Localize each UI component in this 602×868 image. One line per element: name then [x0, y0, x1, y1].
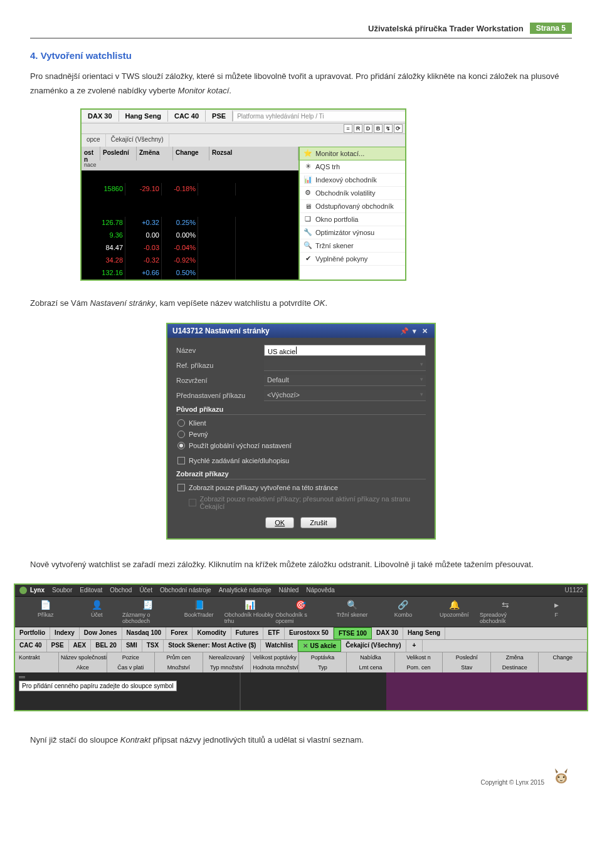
- input-nazev[interactable]: US akcie: [264, 345, 426, 356]
- toolbar-item[interactable]: 👤Účet: [71, 599, 122, 624]
- tab[interactable]: DAX 30: [372, 627, 403, 639]
- tab[interactable]: SMI: [122, 640, 142, 652]
- tab-hangseng[interactable]: Hang Seng: [119, 110, 168, 122]
- toolbar-item[interactable]: 📊Obchodník Hloubky trhu: [224, 599, 275, 624]
- toolbar-item[interactable]: 📄Příkaz: [20, 599, 71, 624]
- toolbar-item[interactable]: ▸F: [531, 599, 582, 624]
- svg-point-4: [563, 776, 565, 778]
- mini-btn-menu[interactable]: ≡: [344, 124, 352, 133]
- grid-column-header: Stav: [443, 662, 491, 672]
- symbol-entry-prompt[interactable]: Pro přidání cenného papíru zadejte do sl…: [19, 681, 177, 691]
- mini-btn-r[interactable]: R: [354, 124, 362, 133]
- toolbar-item[interactable]: 🔔Upozornění: [429, 599, 480, 624]
- menu-item[interactable]: ✳AQS trh: [300, 160, 405, 174]
- menu-item-label: Monitor kotací...: [315, 150, 364, 157]
- p2-a: Zobrazí se Vám: [30, 298, 90, 308]
- tab-pse[interactable]: PSE: [206, 110, 233, 122]
- menu-napoveda[interactable]: Nápověda: [306, 587, 335, 593]
- radio-global[interactable]: Použít globální výchozí nastavení: [176, 440, 426, 451]
- tab[interactable]: Stock Skener: Most Active ($): [164, 640, 261, 652]
- tab[interactable]: PSE: [47, 640, 69, 652]
- menu-item[interactable]: 🔧Optimizátor výnosu: [300, 226, 405, 239]
- subtab-cekajici[interactable]: Čekající (Všechny): [106, 134, 169, 147]
- menu-ucet[interactable]: Účet: [139, 587, 152, 593]
- menu-item[interactable]: ⭐Monitor kotací...: [300, 147, 405, 160]
- tab[interactable]: Portfolio: [15, 627, 50, 639]
- tab[interactable]: Futures: [231, 627, 264, 639]
- subtab-opce[interactable]: opce: [82, 134, 106, 147]
- select-rozvrzeni[interactable]: Default▾: [264, 375, 426, 386]
- tab[interactable]: Indexy: [50, 627, 80, 639]
- cancel-button[interactable]: Zrušit: [300, 517, 337, 528]
- tab[interactable]: Hang Seng: [403, 627, 445, 639]
- radio-pevny[interactable]: Pevný: [176, 429, 426, 440]
- tab[interactable]: TSX: [142, 640, 164, 652]
- cell-posledni: 34.28: [82, 254, 125, 267]
- menu-item[interactable]: 📊Indexový obchodník: [300, 174, 405, 187]
- toolbar-item[interactable]: 🔗Kombo: [378, 599, 428, 624]
- cell-posledni: 9.36: [82, 229, 125, 242]
- menu-item[interactable]: 🖥Odstupňovaný obchodník: [300, 200, 405, 213]
- menu-obchod[interactable]: Obchod: [110, 587, 132, 593]
- tab[interactable]: Komodity: [193, 627, 231, 639]
- radio-klient[interactable]: Klient: [176, 417, 426, 429]
- platform-search[interactable]: Platforma vyhledávání Help / Ti: [233, 112, 405, 121]
- p4-em: Kontrakt: [120, 735, 150, 745]
- close-tab-icon[interactable]: ✕: [303, 642, 308, 649]
- input-ref[interactable]: ▾: [264, 360, 426, 371]
- tab-us-akcie-active[interactable]: ✕US akcie: [298, 640, 341, 652]
- toolbar-item[interactable]: 🎯Obchodník s opcemi: [275, 599, 326, 624]
- tab[interactable]: FTSE 100: [334, 627, 372, 639]
- add-tab-button[interactable]: +: [406, 640, 423, 652]
- tab[interactable]: Dow Jones: [80, 627, 122, 639]
- tab[interactable]: BEL 20: [91, 640, 122, 652]
- menu-item[interactable]: ❏Okno portfolia: [300, 213, 405, 226]
- cell-empty: [198, 242, 236, 254]
- menu-item[interactable]: 🔍Tržní skener: [300, 239, 405, 253]
- ok-button[interactable]: OK: [265, 517, 294, 528]
- tab[interactable]: AEX: [69, 640, 92, 652]
- toolbar-item[interactable]: 🧾Záznamy o obchodech: [122, 599, 173, 624]
- checkbox-quick-entry[interactable]: Rychlé zadávání akcie/dluhopisu: [176, 455, 426, 466]
- mini-btn-refresh[interactable]: ⟳: [394, 124, 403, 133]
- menu-item[interactable]: ✔Vyplněné pokyny: [300, 253, 405, 266]
- toolbar-item[interactable]: 📘BookTrader: [173, 599, 224, 624]
- group-puvod: Původ příkazu: [176, 405, 426, 415]
- menu-obchodni-nastroje[interactable]: Obchodní nástroje: [160, 587, 211, 593]
- toolbar-label: Spreadový obchodník: [480, 612, 531, 624]
- menu-soubor[interactable]: Soubor: [52, 587, 72, 593]
- tab[interactable]: Čekající (Všechny): [341, 640, 406, 652]
- menu-item-label: Optimizátor výnosu: [315, 229, 374, 236]
- page-number-badge: Strana 5: [530, 23, 572, 34]
- chevron-down-icon[interactable]: ▾: [409, 327, 420, 335]
- close-icon[interactable]: ✕: [420, 327, 430, 335]
- tab[interactable]: Eurostoxx 50: [285, 627, 334, 639]
- toolbar-label: Kombo: [394, 612, 413, 618]
- tab[interactable]: CAC 40: [15, 640, 47, 652]
- menu-analyticke-nastroje[interactable]: Analytické nástroje: [219, 587, 272, 593]
- select-prednastaveni[interactable]: <Výchozí>▾: [264, 390, 426, 401]
- checkbox-show-only-page[interactable]: Zobrazit pouze příkazy vytvořené na této…: [176, 482, 426, 493]
- tab[interactable]: Nasdaq 100: [122, 627, 167, 639]
- tab[interactable]: Forex: [166, 627, 193, 639]
- menu-editovat[interactable]: Editovat: [80, 587, 102, 593]
- mini-btn-bolt[interactable]: ↯: [384, 124, 393, 133]
- tab-cac40[interactable]: CAC 40: [168, 110, 206, 122]
- grid-header-top: KontraktNázev společnostiPozicePrům cenN…: [15, 652, 587, 662]
- grid-column-header: [15, 662, 59, 672]
- label-ref: Ref. příkazu: [176, 362, 264, 369]
- pin-icon[interactable]: 📌: [399, 327, 409, 335]
- toolbar-item[interactable]: 🔍Tržní skener: [327, 599, 378, 624]
- tab[interactable]: ETF: [263, 627, 285, 639]
- tab-dax[interactable]: DAX 30: [82, 110, 119, 122]
- menu-nahled[interactable]: Náhled: [279, 587, 299, 593]
- tab[interactable]: Watchlist: [261, 640, 298, 652]
- app-logo: Lynx: [19, 586, 45, 595]
- toolbar-item[interactable]: ⇆Spreadový obchodník: [480, 599, 531, 624]
- page-header: Uživatelská příručka Trader Workstation …: [30, 23, 572, 34]
- grid-column-header: Poptávka: [299, 652, 347, 662]
- menu-item[interactable]: ⚙Obchodník volatility: [300, 187, 405, 200]
- mini-btn-b[interactable]: B: [374, 124, 383, 133]
- toolbar-icon: 🔍: [346, 599, 357, 610]
- mini-btn-d[interactable]: D: [364, 124, 372, 133]
